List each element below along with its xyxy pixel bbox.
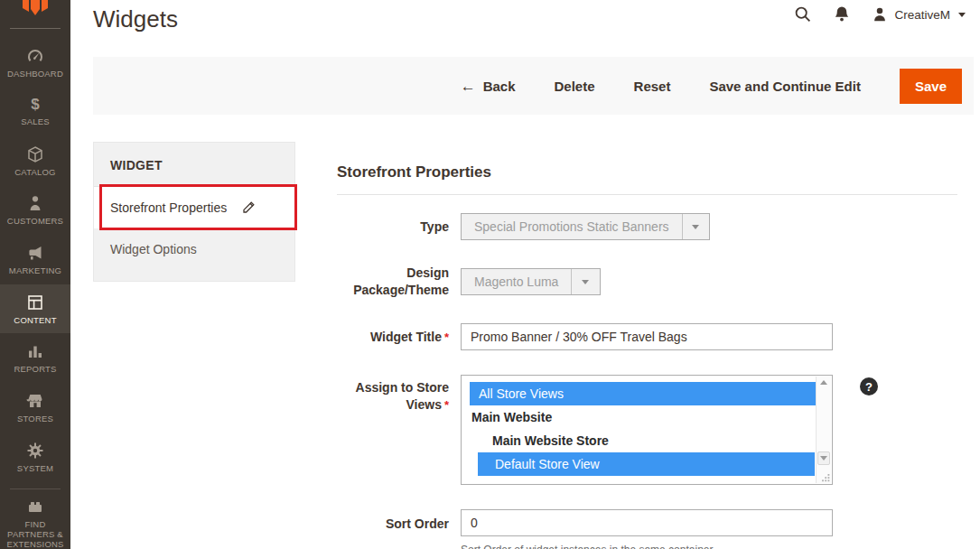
design-select-value: Magento Luma	[462, 269, 571, 294]
panel-item-label: Storefront Properties	[110, 200, 227, 215]
resize-grip-icon[interactable]	[821, 473, 830, 482]
multiselect-scrollbar[interactable]	[816, 377, 831, 483]
type-select-value: Special Promotions Static Banners	[462, 214, 682, 239]
panel-item-widget-options[interactable]: Widget Options	[94, 228, 294, 270]
select-caret-icon	[682, 214, 709, 239]
option-default-store-view[interactable]: Default Store View	[478, 452, 815, 476]
admin-sidebar: DASHBOARD $ SALES CATALOG CUSTOMERS MARK…	[0, 0, 70, 549]
type-row: Type Special Promotions Static Banners	[337, 213, 957, 240]
sidebar-item-label: DASHBOARD	[7, 69, 63, 79]
sidebar-item-label: CATALOG	[14, 167, 55, 177]
sidebar-item-reports[interactable]: REPORTS	[0, 334, 70, 383]
sidebar-item-label: CUSTOMERS	[7, 216, 63, 226]
catalog-icon	[26, 145, 44, 163]
system-icon	[26, 442, 44, 460]
option-main-website[interactable]: Main Website	[462, 405, 810, 429]
sidebar-item-find-partners[interactable]: FIND PARTNERS & EXTENSIONS	[0, 498, 70, 549]
stores-icon	[26, 392, 44, 410]
reset-button[interactable]: Reset	[634, 79, 671, 94]
panel-item-label: Widget Options	[110, 242, 197, 256]
magento-logo[interactable]	[0, 0, 70, 28]
sidebar-item-label: STORES	[17, 414, 53, 423]
widget-title-label-text: Widget Title	[370, 330, 442, 344]
sort-order-label: Sort Order	[337, 509, 449, 533]
sidebar-divider	[10, 28, 61, 29]
back-arrow-icon: ←	[461, 79, 476, 93]
marketing-icon	[26, 244, 44, 262]
sidebar-item-content[interactable]: CONTENT	[0, 284, 70, 333]
sidebar-item-customers[interactable]: CUSTOMERS	[0, 186, 70, 235]
store-views-row: Assign to Store Views* All Store Views M…	[337, 375, 957, 485]
type-select: Special Promotions Static Banners	[461, 213, 710, 240]
sidebar-item-marketing[interactable]: MARKETING	[0, 236, 70, 284]
scrollbar-up-icon[interactable]	[820, 380, 827, 385]
partners-icon	[26, 498, 44, 516]
widget-title-label: Widget Title*	[337, 329, 449, 346]
sidebar-item-label: MARKETING	[9, 265, 61, 275]
sidebar-item-sales[interactable]: $ SALES	[0, 88, 70, 136]
sidebar-item-label: SYSTEM	[17, 463, 53, 473]
edit-pencil-icon	[241, 200, 256, 215]
sidebar-item-stores[interactable]: STORES	[0, 384, 70, 433]
notifications-button[interactable]	[834, 5, 850, 23]
customers-icon	[26, 194, 44, 212]
magento-logo-icon	[0, 0, 70, 28]
reset-button-label: Reset	[634, 79, 671, 94]
store-views-label-text: Assign to Store Views	[356, 380, 449, 412]
user-avatar-icon	[872, 6, 888, 23]
user-menu[interactable]: CreativeM	[872, 6, 966, 23]
widget-title-row: Widget Title*	[337, 323, 957, 350]
sidebar-item-label: REPORTS	[14, 364, 56, 374]
sidebar-divider	[10, 489, 61, 489]
sidebar-item-system[interactable]: SYSTEM	[0, 433, 70, 481]
reports-icon	[26, 342, 44, 360]
widget-nav-panel: WIDGET Storefront Properties Widget Opti…	[93, 142, 295, 282]
delete-button[interactable]: Delete	[555, 79, 595, 94]
search-button[interactable]	[794, 5, 812, 23]
design-select: Magento Luma	[461, 268, 601, 295]
dashboard-icon	[26, 47, 44, 65]
store-views-multiselect[interactable]: All Store Views Main Website Main Websit…	[461, 375, 833, 485]
content-icon	[26, 293, 44, 312]
type-label: Type	[337, 219, 449, 236]
save-button[interactable]: Save	[900, 69, 962, 104]
sales-icon: $	[31, 97, 39, 113]
store-views-label: Assign to Store Views*	[337, 375, 449, 414]
storefront-properties-form: Storefront Properties Type Special Promo…	[337, 163, 957, 549]
design-row: Design Package/Theme Magento Luma	[337, 265, 957, 299]
panel-item-storefront-properties[interactable]: Storefront Properties	[94, 187, 294, 228]
back-button[interactable]: ← Back	[461, 79, 516, 94]
help-icon[interactable]: ?	[860, 377, 878, 395]
save-and-continue-label: Save and Continue Edit	[709, 79, 861, 94]
sort-order-input[interactable]	[461, 509, 833, 536]
sidebar-item-label: FIND PARTNERS & EXTENSIONS	[0, 519, 70, 549]
panel-header: WIDGET	[94, 143, 294, 187]
save-and-continue-button[interactable]: Save and Continue Edit	[709, 79, 861, 94]
required-mark: *	[444, 330, 449, 344]
sort-order-note: Sort Order of widget instances in the sa…	[461, 544, 957, 549]
action-toolbar: ← Back Delete Reset Save and Continue Ed…	[93, 57, 974, 115]
delete-button-label: Delete	[555, 79, 595, 94]
required-mark: *	[444, 398, 449, 412]
option-all-store-views[interactable]: All Store Views	[470, 382, 826, 405]
chevron-down-icon	[958, 13, 966, 17]
option-main-website-store[interactable]: Main Website Store	[462, 429, 810, 452]
bell-icon	[834, 5, 850, 23]
sidebar-item-dashboard[interactable]: DASHBOARD	[0, 38, 70, 87]
page-title: Widgets	[93, 5, 178, 33]
user-name: CreativeM	[894, 8, 950, 22]
design-label: Design Package/Theme	[337, 265, 449, 299]
scrollbar-down-icon[interactable]	[817, 451, 830, 465]
sidebar-item-label: SALES	[21, 116, 50, 126]
select-caret-icon	[571, 269, 598, 294]
page-header: Widgets CreativeM	[70, 0, 980, 57]
section-title: Storefront Properties	[337, 163, 957, 195]
sidebar-item-catalog[interactable]: CATALOG	[0, 136, 70, 185]
widget-title-input[interactable]	[461, 323, 833, 350]
sidebar-item-label: CONTENT	[14, 315, 56, 325]
search-icon	[794, 5, 812, 23]
sort-order-row: Sort Order Sort Order of widget instance…	[337, 509, 957, 549]
back-button-label: Back	[483, 79, 516, 94]
